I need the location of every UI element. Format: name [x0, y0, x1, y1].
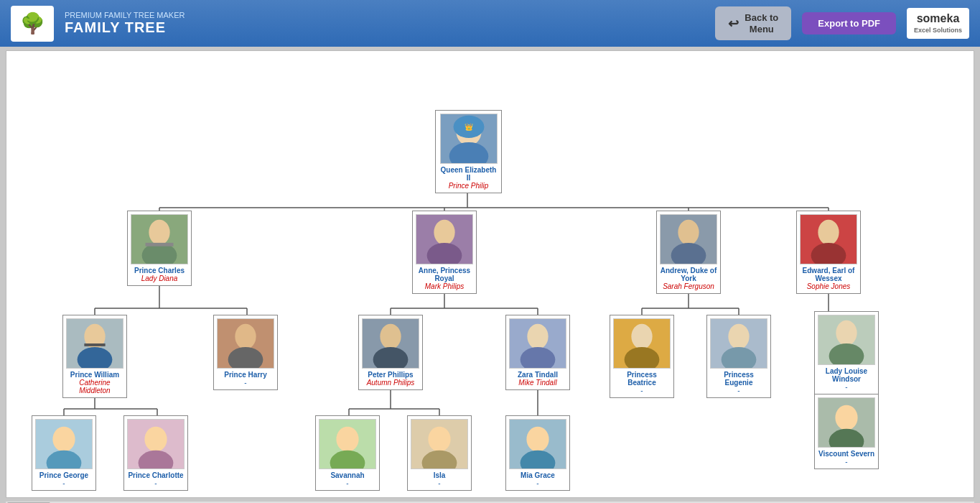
spouse-princess-eugenie: -: [737, 387, 739, 394]
spouse-viscount-severn: -: [845, 458, 847, 466]
card-princess-beatrice: Princess Beatrice -: [610, 315, 674, 398]
photo-prince-charles: [131, 214, 188, 264]
photo-isla: [411, 419, 468, 469]
name-prince-george: Prince George: [39, 471, 88, 479]
header-titles: PREMIUM FAMILY TREE MAKER FAMILY TREE: [65, 11, 185, 36]
card-savannah: Savannah -: [315, 415, 380, 491]
name-zara-tindall: Zara Tindall: [518, 371, 558, 379]
photo-prince-andrew: [660, 214, 717, 264]
spouse-prince-william: Catherine Middleton: [66, 379, 123, 394]
svg-rect-38: [146, 243, 174, 246]
spouse-princess-beatrice: -: [640, 387, 643, 394]
header-title: FAMILY TREE: [65, 19, 185, 36]
name-princess-beatrice: Princess Beatrice: [613, 371, 671, 387]
back-arrow-icon: ↩: [728, 16, 739, 32]
card-zara-tindall: Zara Tindall Mike Tindall: [505, 315, 570, 390]
photo-viscount-severn: [818, 397, 875, 448]
photo-prince-edward: [800, 214, 857, 264]
name-queen-elizabeth: Queen Elizabeth II: [439, 166, 498, 182]
header-subtitle: PREMIUM FAMILY TREE MAKER: [65, 11, 185, 19]
card-queen-elizabeth: 👑 Queen Elizabeth II Prince Philip: [435, 110, 502, 193]
svg-point-62: [631, 324, 652, 349]
svg-point-43: [678, 220, 699, 245]
card-prince-harry: Prince Harry -: [213, 315, 278, 390]
someka-logo: someka Excel Solutions: [907, 8, 969, 38]
svg-point-68: [836, 320, 857, 346]
photo-prince-william: [66, 318, 123, 369]
card-princess-eugenie: Princess Eugenie -: [706, 315, 771, 398]
card-mia-grace: Mia Grace -: [505, 415, 570, 491]
card-prince-george: Prince George -: [32, 415, 96, 491]
spouse-zara-tindall: Mike Tindall: [518, 379, 556, 387]
name-prince-edward: Edward, Earl of Wessex: [800, 267, 857, 282]
back-button-label: Back toMenu: [745, 12, 778, 34]
card-prince-william: Prince William Catherine Middleton: [62, 315, 127, 398]
card-peter-phillips: Peter Phillips Autumn Philips: [358, 315, 423, 390]
spouse-savannah: -: [346, 479, 348, 487]
name-isla: Isla: [434, 471, 446, 479]
photo-princess-eugenie: [710, 318, 767, 369]
name-prince-andrew: Andrew, Duke of York: [660, 267, 717, 282]
card-prince-andrew: Andrew, Duke of York Sarah Ferguson: [656, 211, 721, 294]
someka-name: someka: [914, 11, 962, 27]
card-prince-edward: Edward, Earl of Wessex Sophie Jones: [796, 211, 861, 294]
photo-princess-anne: [416, 214, 473, 264]
svg-point-56: [380, 324, 401, 349]
svg-point-80: [428, 427, 450, 452]
card-viscount-severn: Viscount Severn -: [814, 394, 879, 469]
name-viscount-severn: Viscount Severn: [818, 450, 874, 458]
photo-queen-elizabeth: 👑: [440, 114, 498, 164]
svg-point-71: [52, 427, 75, 452]
app-logo: 🌳: [11, 6, 54, 42]
spouse-prince-charles: Lady Diana: [141, 274, 178, 282]
name-prince-william: Prince William: [70, 371, 119, 379]
someka-tagline: Excel Solutions: [914, 27, 962, 35]
photo-prince-charlotte: [127, 419, 185, 469]
card-prince-charles: Prince Charles Lady Diana: [127, 211, 192, 286]
name-peter-phillips: Peter Phillips: [368, 371, 413, 379]
card-lady-louise: Lady Louise Windsor -: [814, 311, 879, 394]
photo-lady-louise: [818, 315, 875, 365]
svg-point-83: [526, 427, 549, 452]
photo-prince-harry: [217, 318, 274, 369]
svg-point-40: [434, 220, 454, 245]
photo-peter-phillips: [362, 318, 419, 369]
spouse-isla: -: [438, 479, 440, 487]
svg-point-53: [235, 324, 256, 349]
card-prince-charlotte: Prince Charlotte -: [123, 415, 188, 491]
family-tree-canvas: 👑 Queen Elizabeth II Prince Philip Princ…: [6, 50, 974, 498]
photo-mia-grace: [509, 419, 566, 469]
spouse-queen-elizabeth: Prince Philip: [449, 182, 489, 190]
svg-point-65: [728, 324, 749, 349]
svg-point-36: [149, 220, 169, 245]
svg-point-59: [527, 324, 548, 349]
svg-point-74: [144, 427, 167, 452]
name-princess-anne: Anne, Princess Royal: [416, 267, 473, 282]
card-princess-anne: Anne, Princess Royal Mark Philips: [412, 211, 477, 294]
export-pdf-button[interactable]: Export to PDF: [802, 12, 896, 34]
spouse-prince-andrew: Sarah Ferguson: [663, 282, 714, 290]
spouse-mia-grace: -: [536, 479, 538, 487]
name-princess-eugenie: Princess Eugenie: [710, 371, 767, 387]
name-prince-charlotte: Prince Charlotte: [128, 471, 183, 479]
spouse-lady-louise: -: [845, 383, 847, 391]
photo-zara-tindall: [509, 318, 566, 369]
name-savannah: Savannah: [330, 471, 364, 479]
name-prince-harry: Prince Harry: [224, 371, 266, 379]
svg-point-46: [818, 220, 839, 245]
svg-rect-51: [84, 343, 105, 346]
spouse-prince-harry: -: [244, 379, 246, 387]
svg-point-86: [835, 405, 857, 430]
svg-text:👑: 👑: [465, 122, 474, 131]
name-mia-grace: Mia Grace: [521, 471, 555, 479]
name-lady-louise: Lady Louise Windsor: [818, 367, 875, 383]
photo-princess-beatrice: [613, 318, 671, 369]
app-header: 🌳 PREMIUM FAMILY TREE MAKER FAMILY TREE …: [0, 0, 980, 47]
spouse-prince-edward: Sophie Jones: [807, 282, 851, 290]
spouse-peter-phillips: Autumn Philips: [367, 379, 415, 387]
photo-savannah: [319, 419, 376, 469]
spouse-princess-anne: Mark Philips: [425, 282, 464, 290]
back-to-menu-button[interactable]: ↩ Back toMenu: [715, 6, 791, 40]
spouse-prince-charlotte: -: [154, 479, 157, 487]
spouse-prince-george: -: [62, 479, 65, 487]
